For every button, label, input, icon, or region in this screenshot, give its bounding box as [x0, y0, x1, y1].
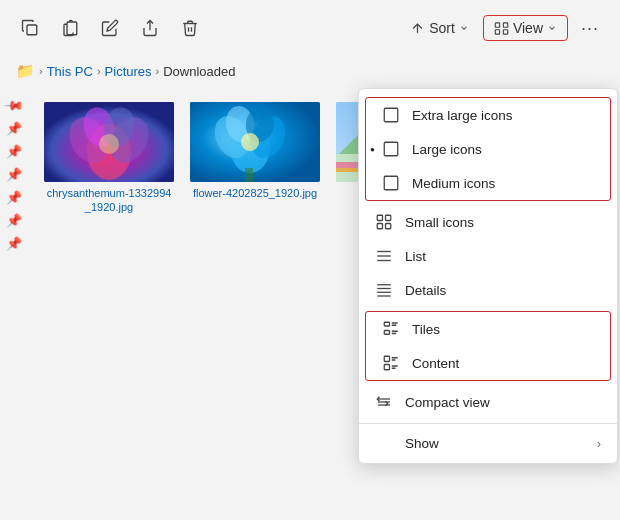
share-icon[interactable] — [132, 10, 168, 46]
svg-rect-49 — [384, 356, 389, 361]
thumb-chrysanthemum-img — [44, 102, 174, 182]
large-icons-bullet: ● — [370, 145, 375, 154]
paste-icon[interactable] — [52, 10, 88, 46]
breadcrumb-folder-icon: 📁 — [16, 62, 35, 80]
svg-rect-6 — [503, 29, 507, 33]
small-icons-icon — [375, 213, 395, 231]
svg-rect-31 — [384, 176, 398, 190]
pin-icon-5[interactable]: 📌 — [6, 190, 22, 205]
pin-icon-7[interactable]: 📌 — [6, 236, 22, 251]
menu-divider — [359, 423, 617, 424]
file-thumbnail-flower — [190, 102, 320, 182]
main-area: 📌 📌 📌 📌 📌 📌 📌 — [0, 86, 620, 514]
file-name-chrysanthemum: chrysanthemum-1332994_1920.jpg — [44, 186, 174, 215]
rename-icon[interactable] — [92, 10, 128, 46]
svg-rect-33 — [386, 215, 391, 220]
svg-rect-21 — [245, 168, 253, 182]
menu-item-content[interactable]: Content — [366, 346, 610, 380]
svg-rect-4 — [503, 22, 507, 26]
menu-item-details[interactable]: Details — [359, 273, 617, 307]
svg-rect-43 — [384, 322, 389, 326]
svg-rect-34 — [377, 224, 382, 229]
svg-rect-46 — [384, 331, 389, 335]
sort-label: Sort — [429, 20, 455, 36]
svg-rect-29 — [384, 108, 398, 122]
breadcrumb: 📁 › This PC › Pictures › Downloaded — [0, 56, 620, 86]
view-dropdown: Extra large icons ● Large icons Medium i… — [358, 88, 618, 464]
file-thumbnail-chrysanthemum — [44, 102, 174, 182]
svg-rect-32 — [377, 215, 382, 220]
details-icon — [375, 281, 395, 299]
toolbar: Sort View ··· — [0, 0, 620, 56]
delete-icon[interactable] — [172, 10, 208, 46]
menu-item-medium-icons[interactable]: Medium icons — [366, 166, 610, 200]
menu-item-compact-view[interactable]: Compact view — [359, 385, 617, 419]
list-label: List — [405, 249, 426, 264]
compact-view-label: Compact view — [405, 395, 490, 410]
thumb-flower-img — [190, 102, 320, 182]
content-label: Content — [412, 356, 459, 371]
pin-icon-4[interactable]: 📌 — [6, 167, 22, 182]
sidebar-pins: 📌 📌 📌 📌 📌 📌 📌 — [0, 86, 28, 514]
svg-rect-52 — [384, 365, 389, 370]
breadcrumb-thispc[interactable]: This PC — [47, 64, 93, 79]
content-icon — [382, 354, 402, 372]
file-item-chrysanthemum[interactable]: chrysanthemum-1332994_1920.jpg — [44, 102, 174, 215]
menu-item-small-icons[interactable]: Small icons — [359, 205, 617, 239]
menu-item-show[interactable]: Show › — [359, 428, 617, 459]
small-icons-label: Small icons — [405, 215, 474, 230]
list-icon — [375, 247, 395, 265]
compact-view-icon — [375, 393, 395, 411]
extra-large-icon — [382, 106, 402, 124]
menu-item-extra-large-icons[interactable]: Extra large icons — [366, 98, 610, 132]
breadcrumb-sep-0: › — [39, 65, 43, 77]
breadcrumb-pictures[interactable]: Pictures — [105, 64, 152, 79]
menu-item-tiles[interactable]: Tiles — [366, 312, 610, 346]
copy-icon[interactable] — [12, 10, 48, 46]
svg-rect-0 — [27, 25, 37, 35]
show-label: Show — [405, 436, 439, 451]
pin-icon-1[interactable]: 📌 — [3, 95, 25, 117]
extra-large-icons-label: Extra large icons — [412, 108, 513, 123]
sort-button[interactable]: Sort — [400, 16, 479, 40]
pin-icon-3[interactable]: 📌 — [6, 144, 22, 159]
svg-point-20 — [241, 133, 259, 151]
pin-icon-6[interactable]: 📌 — [6, 213, 22, 228]
tiles-label: Tiles — [412, 322, 440, 337]
svg-rect-1 — [67, 22, 77, 35]
svg-rect-3 — [495, 22, 499, 26]
menu-item-list[interactable]: List — [359, 239, 617, 273]
show-arrow-icon: › — [597, 437, 601, 451]
breadcrumb-sep-2: › — [156, 65, 160, 77]
medium-icon — [382, 174, 402, 192]
file-item-flower[interactable]: flower-4202825_1920.jpg — [190, 102, 320, 215]
large-icons-label: Large icons — [412, 142, 482, 157]
svg-rect-30 — [384, 142, 398, 156]
svg-rect-5 — [495, 29, 499, 33]
details-label: Details — [405, 283, 446, 298]
svg-point-13 — [99, 134, 119, 154]
view-label: View — [513, 20, 543, 36]
file-name-flower: flower-4202825_1920.jpg — [193, 186, 317, 200]
medium-icons-label: Medium icons — [412, 176, 495, 191]
breadcrumb-sep-1: › — [97, 65, 101, 77]
breadcrumb-downloaded: Downloaded — [163, 64, 235, 79]
pin-icon-2[interactable]: 📌 — [6, 121, 22, 136]
svg-rect-35 — [386, 224, 391, 229]
large-icon — [382, 140, 402, 158]
view-button[interactable]: View — [483, 15, 568, 41]
more-options-icon[interactable]: ··· — [572, 10, 608, 46]
tiles-icon — [382, 320, 402, 338]
menu-item-large-icons[interactable]: ● Large icons — [366, 132, 610, 166]
